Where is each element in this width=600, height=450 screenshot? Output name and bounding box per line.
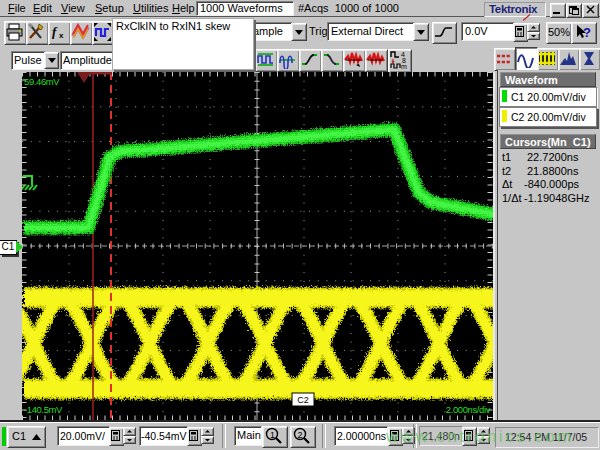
- svg-text:59.46mV: 59.46mV: [24, 76, 60, 87]
- svg-text:m: m: [401, 63, 407, 70]
- svg-text:1: 1: [270, 430, 275, 440]
- svg-text:-140.5mV: -140.5mV: [24, 404, 63, 415]
- svg-text:?: ?: [583, 25, 591, 40]
- svg-text:x: x: [59, 31, 64, 40]
- svg-text:C2: C2: [297, 395, 309, 405]
- svg-text:f: f: [52, 24, 58, 39]
- svg-text:2: 2: [298, 430, 303, 440]
- svg-text:2.000ns/div: 2.000ns/div: [446, 404, 491, 415]
